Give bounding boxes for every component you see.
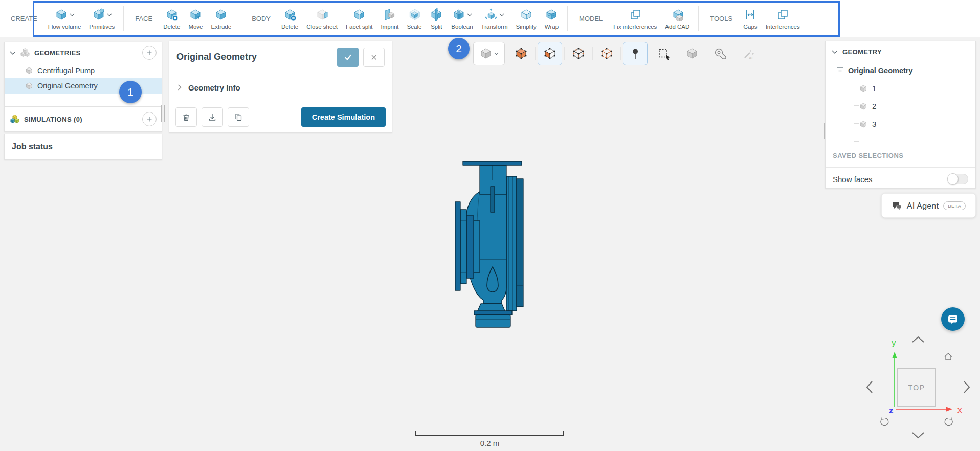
viewport-tool-select-body[interactable] xyxy=(509,42,533,65)
geometry-header-label: GEOMETRY xyxy=(842,48,969,56)
centrifugal-pump-model[interactable] xyxy=(453,160,524,331)
toolbar-item-imprint[interactable]: Imprint xyxy=(381,7,398,30)
chevron-down-icon[interactable] xyxy=(467,13,472,16)
viewport-tool-select-vertex[interactable] xyxy=(595,42,618,65)
simulations-panel: SIMULATIONS (0) xyxy=(4,106,162,132)
toolbar-item-primitives[interactable]: Primitives xyxy=(89,7,115,30)
toolbar-item-scale[interactable]: Scale xyxy=(407,7,422,30)
rotate-down-chevron[interactable] xyxy=(912,433,924,438)
toolbar-item-fix-interferences[interactable]: Fix interferences xyxy=(613,7,657,30)
copy-geometry-button[interactable] xyxy=(228,107,249,127)
detail-panel-header: Original Geometry xyxy=(169,41,392,73)
geometries-header-row[interactable]: GEOMETRIES xyxy=(5,42,162,63)
chevron-down-icon[interactable] xyxy=(107,13,112,16)
tree-node-label: 2 xyxy=(872,102,876,110)
confirm-button[interactable] xyxy=(337,48,359,67)
viewport-tool-box-select[interactable] xyxy=(652,42,676,65)
geometry-item-label: Original Geometry xyxy=(37,82,98,90)
viewport-tool-select-edge[interactable] xyxy=(567,42,590,65)
chevron-down-icon[interactable] xyxy=(70,13,75,16)
home-view-icon[interactable] xyxy=(945,353,952,360)
viewport-tool-probe-point[interactable] xyxy=(623,42,648,65)
toolbar-section-body: BODY xyxy=(252,15,271,22)
view-cube-top-face[interactable]: TOP xyxy=(898,368,936,407)
collapse-minus-icon[interactable] xyxy=(837,67,843,74)
view-navigation-widget: TOP y x z xyxy=(863,327,980,451)
simulations-header-row[interactable]: SIMULATIONS (0) xyxy=(5,107,162,131)
chat-launcher-button[interactable] xyxy=(941,307,965,331)
rotate-up-chevron[interactable] xyxy=(912,337,924,342)
add-geometry-button[interactable] xyxy=(142,46,157,60)
body-cube-icon xyxy=(859,102,867,110)
show-faces-toggle[interactable] xyxy=(948,174,968,184)
toolbar-item-interferences[interactable]: Interferences xyxy=(766,7,800,30)
viewport-toolbar-divider xyxy=(650,47,650,60)
svg-text:AI: AI xyxy=(749,56,753,60)
body-cube-icon xyxy=(859,120,867,128)
tree-node-body-3[interactable]: 3 xyxy=(826,115,975,133)
viewport-tool-show-all[interactable] xyxy=(473,42,505,65)
viewport-tool-ai[interactable]: AI xyxy=(737,42,760,65)
toolbar-item-face-move[interactable]: Move xyxy=(188,7,203,30)
toolbar-item-add-cad[interactable]: Add CAD xyxy=(665,7,689,30)
delete-body-icon xyxy=(283,8,297,21)
show-faces-row: Show faces xyxy=(826,167,975,190)
plus-icon xyxy=(146,116,152,122)
tree-node-body-1[interactable]: 1 xyxy=(826,79,975,97)
extrude-face-icon xyxy=(214,8,228,21)
toolbar-item-split[interactable]: Split xyxy=(430,7,443,30)
chevron-down-icon[interactable] xyxy=(10,51,16,55)
rotate-left-chevron[interactable] xyxy=(867,381,872,393)
download-geometry-button[interactable] xyxy=(202,107,223,127)
delete-geometry-button[interactable] xyxy=(175,107,197,127)
rotate-cw-icon[interactable] xyxy=(945,418,952,426)
svg-text:y: y xyxy=(892,338,896,348)
toolbar-item-simplify[interactable]: Simplify xyxy=(516,7,537,30)
geometry-header-row[interactable]: GEOMETRY xyxy=(826,41,975,62)
tree-node-label: 3 xyxy=(872,120,876,128)
select-edge-icon xyxy=(572,47,585,60)
tree-node-body-2[interactable]: 2 xyxy=(826,97,975,115)
toolbar-item-close-sheet[interactable]: Close sheet xyxy=(306,7,338,30)
rotate-ccw-icon[interactable] xyxy=(881,418,888,426)
close-icon xyxy=(369,53,378,62)
viewport-tool-hide-body[interactable] xyxy=(680,42,704,65)
toolbar-divider xyxy=(123,6,124,31)
toolbar-item-facet-split[interactable]: Facet split xyxy=(346,7,372,30)
geometry-info-section[interactable]: Geometry Info xyxy=(169,73,392,102)
svg-text:z: z xyxy=(889,405,894,415)
toolbar-item-transform[interactable]: Transform xyxy=(481,7,508,30)
chevron-down-icon[interactable] xyxy=(494,52,499,55)
toolbar-item-boolean[interactable]: Boolean xyxy=(451,7,473,30)
viewport-tool-measure[interactable] xyxy=(708,42,732,65)
saved-selections-header[interactable]: SAVED SELECTIONS xyxy=(826,144,975,167)
left-panel-resize-handle[interactable] xyxy=(161,105,165,122)
chevron-down-icon[interactable] xyxy=(499,13,504,16)
toolbar-item-flow-volume[interactable]: Flow volume xyxy=(48,7,81,30)
toolbar-item-gaps[interactable]: Gaps xyxy=(743,7,758,30)
tree-node-original-geometry[interactable]: Original Geometry xyxy=(826,62,975,79)
select-body-icon xyxy=(515,47,528,60)
toolbar-item-wrap[interactable]: Wrap xyxy=(545,7,559,30)
geometry-item-label: Centrifugal Pump xyxy=(37,66,95,75)
toolbar-item-face-delete[interactable]: Delete xyxy=(163,7,180,30)
geometry-tree-panel: GEOMETRY Original Geometry 1 2 3 SAVED S… xyxy=(825,41,976,189)
chevron-down-icon[interactable] xyxy=(832,50,838,54)
add-simulation-button[interactable] xyxy=(142,112,157,126)
close-sheet-icon xyxy=(316,8,329,21)
toolbar-item-body-delete[interactable]: Delete xyxy=(281,7,298,30)
chat-bubble-icon xyxy=(947,313,959,325)
flow-volume-cube-icon xyxy=(55,8,68,21)
create-simulation-button[interactable]: Create Simulation xyxy=(301,107,386,127)
detail-panel-title: Original Geometry xyxy=(176,52,337,62)
chevron-right-icon[interactable] xyxy=(177,84,182,91)
select-face-icon xyxy=(543,47,556,60)
right-panel-resize-handle[interactable] xyxy=(821,123,825,139)
ai-agent-button[interactable]: AI Agent BETA xyxy=(881,193,976,218)
toolbar-item-face-extrude[interactable]: Extrude xyxy=(211,7,232,30)
viewport-toolbar-divider xyxy=(734,47,734,60)
geometry-item-centrifugal-pump[interactable]: Centrifugal Pump xyxy=(5,63,162,78)
viewport-tool-select-face[interactable] xyxy=(538,42,562,65)
close-button[interactable] xyxy=(363,48,385,67)
rotate-right-chevron[interactable] xyxy=(964,381,969,393)
